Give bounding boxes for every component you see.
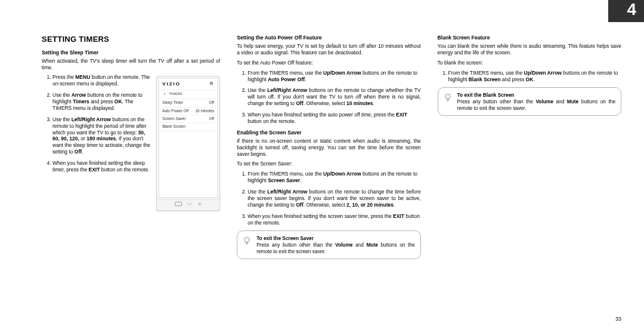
- chapter-number: 4: [627, 0, 637, 19]
- tip-exit-blank-screen: To exit the Blank Screen Press any butto…: [438, 87, 621, 116]
- auto-power-heading: Setting the Auto Power Off Feature: [237, 35, 420, 41]
- blank-screen-steps: From the TIMERS menu, use the Up/Down Ar…: [438, 70, 621, 83]
- tip-heading: To exit the Blank Screen: [457, 92, 515, 98]
- menu-row: Auto Power Off10 minutes: [159, 107, 217, 115]
- column-3: Blank Screen Feature You can blank the s…: [438, 35, 621, 259]
- page-body: SETTING TIMERS Setting the Sleep Timer W…: [42, 35, 621, 322]
- list-item: From the TIMERS menu, use the Up/Down Ar…: [448, 70, 621, 83]
- svg-point-2: [244, 238, 249, 242]
- lightbulb-icon: [443, 93, 453, 102]
- column-1: SETTING TIMERS Setting the Sleep Timer W…: [42, 35, 220, 259]
- menu-footer-icons: [157, 199, 219, 211]
- menu-row: Screen SaverOff: [159, 115, 217, 123]
- auto-power-intro: To help save energy, your TV is set by d…: [237, 43, 420, 56]
- back-icon: [162, 91, 167, 98]
- list-item: When you have finished setting the auto …: [247, 112, 420, 125]
- timers-menu-illustration: VIZIO TIMERS Sleep TimerOff Auto Power O…: [156, 76, 220, 211]
- screen-saver-steps: From the TIMERS menu, use the Up/Down Ar…: [237, 171, 420, 226]
- list-item: Use the Left/Right Arrow buttons on the …: [247, 87, 420, 107]
- chapter-strip: 4: [608, 0, 644, 22]
- blank-screen-heading: Blank Screen Feature: [438, 35, 621, 41]
- svg-point-3: [445, 94, 450, 99]
- screen-saver-heading: Enabling the Screen Saver: [237, 130, 420, 136]
- svg-rect-0: [175, 202, 181, 205]
- menu-brand: VIZIO: [162, 81, 181, 87]
- svg-point-1: [199, 203, 200, 205]
- list-item: From the TIMERS menu, use the Up/Down Ar…: [247, 70, 420, 83]
- screen-saver-intro: If there is no on-screen content or stat…: [237, 138, 420, 158]
- lightbulb-icon: [242, 236, 252, 245]
- list-item: Use the Left/Right Arrow buttons on the …: [247, 189, 420, 208]
- blank-screen-intro: You can blank the screen while there is …: [438, 43, 621, 56]
- list-item: When you have finished setting the scree…: [247, 213, 420, 226]
- tip-heading: To exit the Screen Saver: [256, 235, 314, 241]
- section-heading: SETTING TIMERS: [42, 35, 220, 45]
- menu-crumb-label: TIMERS: [169, 92, 182, 97]
- sleep-timer-intro: When activated, the TV's sleep timer wil…: [42, 58, 220, 71]
- auto-power-steps: From the TIMERS menu, use the Up/Down Ar…: [237, 70, 420, 125]
- page-number: 33: [615, 316, 621, 322]
- chevron-down-icon: [187, 202, 193, 208]
- screen-saver-lead: To set the Screen Saver:: [237, 161, 420, 167]
- home-icon: [209, 81, 214, 88]
- auto-power-lead: To set the Auto Power Off feature:: [237, 60, 420, 66]
- tip-exit-screen-saver: To exit the Screen Saver Press any butto…: [237, 230, 420, 259]
- menu-row: Sleep TimerOff: [159, 99, 217, 107]
- menu-row: Blank Screen: [159, 123, 217, 131]
- blank-screen-lead: To blank the screen:: [438, 60, 621, 66]
- gear-icon: [197, 202, 202, 208]
- wide-icon: [175, 202, 182, 208]
- list-item: From the TIMERS menu, use the Up/Down Ar…: [247, 171, 420, 184]
- sleep-timer-heading: Setting the Sleep Timer: [42, 50, 220, 56]
- column-2: Setting the Auto Power Off Feature To he…: [237, 35, 420, 259]
